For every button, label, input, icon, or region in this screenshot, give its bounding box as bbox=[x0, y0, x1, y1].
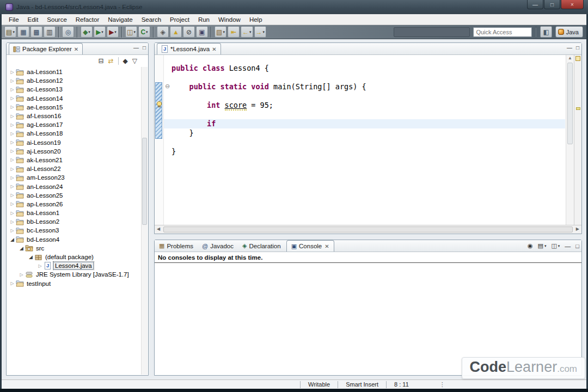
tree-item[interactable]: ▷ae-Lesson15 bbox=[7, 103, 148, 112]
tree-item[interactable]: ▷an-Lesson24 bbox=[7, 182, 148, 191]
new-wizard-button[interactable]: ▤▾ bbox=[4, 26, 16, 38]
expand-arrow-icon[interactable]: ▷ bbox=[9, 167, 15, 171]
maximize-view-icon[interactable]: □ bbox=[576, 45, 579, 51]
tree-item[interactable]: ▷ad-Lesson14 bbox=[7, 94, 148, 103]
expand-arrow-icon[interactable]: ▷ bbox=[9, 78, 15, 83]
scroll-up-icon[interactable]: ▲ bbox=[566, 56, 574, 60]
expand-arrow-icon[interactable]: ▷ bbox=[19, 272, 24, 277]
mark-occurrences-button[interactable]: ▲ bbox=[170, 26, 182, 38]
print-button[interactable]: ▥ bbox=[44, 26, 56, 38]
open-type-button[interactable]: ◈ bbox=[157, 26, 169, 38]
expand-arrow-icon[interactable]: ◢ bbox=[9, 237, 15, 242]
tree-item[interactable]: ▷JLesson4.java bbox=[7, 261, 148, 270]
code-line[interactable] bbox=[164, 73, 565, 82]
code-line[interactable] bbox=[164, 110, 565, 119]
dropdown-arrow-icon[interactable]: ▾ bbox=[88, 30, 90, 34]
tree-item[interactable]: ▷aa-Lesson11 bbox=[7, 68, 148, 76]
dropdown-arrow-icon[interactable]: ▾ bbox=[558, 244, 560, 248]
code-line[interactable]: if bbox=[164, 119, 565, 128]
dropdown-arrow-icon[interactable]: ▾ bbox=[114, 30, 117, 34]
back-button[interactable]: ←▾ bbox=[241, 26, 253, 38]
open-console-icon[interactable]: ◫ bbox=[551, 242, 556, 249]
close-icon[interactable]: ✕ bbox=[74, 46, 78, 52]
tree-item[interactable]: ▷aj-Lesson20 bbox=[7, 147, 148, 156]
code-area[interactable]: public class Lesson4 { public static voi… bbox=[164, 55, 565, 156]
editor-vertical-scrollbar[interactable]: ▲ bbox=[566, 55, 574, 225]
display-selected-console-icon[interactable]: ▤ bbox=[538, 242, 543, 249]
package-explorer-tab[interactable]: Package Explorer ✕ bbox=[9, 43, 83, 54]
tree-item[interactable]: ▷ba-Lesson1 bbox=[7, 209, 148, 217]
link-with-editor-icon[interactable]: ⇄ bbox=[108, 57, 113, 65]
new-java-class-button[interactable]: C▾ bbox=[138, 26, 150, 38]
menu-search[interactable]: Search bbox=[137, 15, 166, 24]
java-perspective-button[interactable]: Java bbox=[555, 26, 583, 38]
menu-run[interactable]: Run bbox=[194, 15, 214, 24]
expand-arrow-icon[interactable]: ▷ bbox=[9, 219, 15, 224]
pin-console-icon[interactable]: ◉ bbox=[528, 242, 533, 249]
code-line[interactable]: } bbox=[164, 147, 565, 156]
explorer-scrollbar-thumb[interactable] bbox=[142, 138, 147, 225]
editor-horizontal-scrollbar[interactable]: ◀ ▶ bbox=[155, 225, 581, 234]
maximize-view-icon[interactable]: □ bbox=[143, 45, 146, 51]
menu-help[interactable]: Help bbox=[245, 15, 267, 24]
tree-item[interactable]: ▷bc-Lesson3 bbox=[7, 226, 148, 235]
console-tab-javadoc[interactable]: @Javadoc bbox=[198, 240, 238, 252]
tree-item[interactable]: ▷am-Lesson23 bbox=[7, 173, 148, 182]
code-line[interactable]: public static void main(String[] args) { bbox=[164, 82, 565, 91]
save-button[interactable]: ▦ bbox=[17, 26, 29, 38]
explorer-scrollbar[interactable] bbox=[141, 67, 148, 375]
tree-item[interactable]: ▷af-Lesson16 bbox=[7, 112, 148, 120]
coverage-button[interactable]: ▶▾ bbox=[107, 26, 119, 38]
console-tab-console[interactable]: ▣Console✕ bbox=[286, 240, 334, 252]
debug-button[interactable]: ◆▾ bbox=[81, 26, 93, 38]
expand-arrow-icon[interactable]: ▷ bbox=[9, 87, 15, 92]
dropdown-arrow-icon[interactable]: ▾ bbox=[13, 30, 15, 34]
view-menu-icon[interactable]: ▽ bbox=[132, 57, 137, 65]
code-line[interactable] bbox=[164, 91, 565, 101]
overview-ruler[interactable] bbox=[574, 55, 581, 225]
tree-item[interactable]: ▷bb-Lesson2 bbox=[7, 217, 148, 226]
editor-tab-lesson4[interactable]: J *Lesson4.java ✕ bbox=[157, 43, 221, 54]
tree-item[interactable]: ▷ah-Lesson18 bbox=[7, 129, 148, 138]
status-overflow-icon[interactable]: ⋮ bbox=[439, 381, 445, 388]
annotate-button[interactable]: ▧▾ bbox=[215, 26, 226, 38]
expand-arrow-icon[interactable]: ▷ bbox=[9, 70, 15, 75]
dropdown-arrow-icon[interactable]: ▾ bbox=[101, 30, 103, 34]
expand-arrow-icon[interactable]: ▷ bbox=[9, 193, 15, 198]
minimize-view-icon[interactable]: — bbox=[565, 243, 571, 249]
dropdown-arrow-icon[interactable]: ▾ bbox=[249, 30, 252, 34]
focus-icon[interactable]: ◆ bbox=[123, 57, 128, 65]
tree-item[interactable]: ▷ao-Lesson25 bbox=[7, 191, 148, 200]
expand-arrow-icon[interactable]: ▷ bbox=[9, 175, 15, 180]
tree-item[interactable]: ▷ap-Lesson26 bbox=[7, 200, 148, 209]
scroll-left-icon[interactable]: ◀ bbox=[157, 226, 160, 231]
expand-arrow-icon[interactable]: ▷ bbox=[9, 114, 15, 119]
save-all-button[interactable]: ▩ bbox=[30, 26, 42, 38]
quickfix-lightbulb-icon[interactable] bbox=[156, 101, 163, 108]
expand-arrow-icon[interactable]: ▷ bbox=[9, 281, 15, 286]
open-perspective-button[interactable]: ◧ bbox=[540, 26, 552, 38]
dropdown-arrow-icon[interactable]: ▾ bbox=[263, 30, 265, 34]
code-line[interactable]: public class Lesson4 { bbox=[164, 64, 565, 73]
tree-item[interactable]: ◢bd-Lesson4 bbox=[7, 235, 148, 244]
menu-file[interactable]: File bbox=[4, 15, 23, 24]
skip-breakpoints-button[interactable]: ⊘ bbox=[183, 26, 195, 38]
tree-item[interactable]: ▷ag-Lesson17 bbox=[7, 120, 148, 129]
tree-item[interactable]: ◢src bbox=[7, 244, 148, 253]
tree-item[interactable]: ▷ai-Lesson19 bbox=[7, 138, 148, 147]
console-tab-declaration[interactable]: ◈Declaration bbox=[238, 240, 285, 252]
annotation-summary-marker[interactable] bbox=[575, 56, 580, 61]
minimize-button[interactable]: — bbox=[527, 0, 543, 9]
maximize-button[interactable]: □ bbox=[544, 0, 560, 9]
code-line[interactable]: } bbox=[164, 128, 565, 138]
expand-arrow-icon[interactable]: ▷ bbox=[9, 122, 15, 127]
dropdown-arrow-icon[interactable]: ▾ bbox=[133, 30, 136, 34]
tree-item[interactable]: ▷ac-Lesson13 bbox=[7, 85, 148, 94]
dropdown-arrow-icon[interactable]: ▾ bbox=[223, 30, 225, 34]
close-button[interactable]: × bbox=[561, 0, 584, 9]
vertical-scrollbar-thumb[interactable] bbox=[567, 63, 573, 144]
expand-arrow-icon[interactable]: ▷ bbox=[37, 264, 43, 268]
annotation-ruler[interactable] bbox=[155, 55, 164, 225]
expand-arrow-icon[interactable]: ▷ bbox=[9, 140, 15, 145]
run-button[interactable]: ▶▾ bbox=[94, 26, 106, 38]
